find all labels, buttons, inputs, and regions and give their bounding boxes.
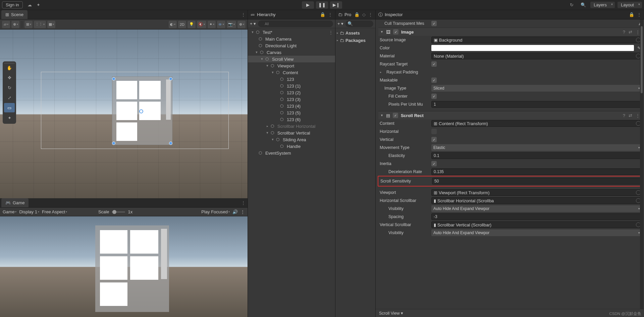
color-field[interactable] [431,45,634,51]
image-enabled-checkbox[interactable]: ✓ [393,29,398,35]
snap-increment-dropdown[interactable]: ⋮⋮ [34,21,46,28]
corner-handle[interactable] [112,77,115,81]
tree-row[interactable]: ⬡123 (4) [248,103,335,109]
search-icon[interactable]: 🔍 [579,1,588,9]
play-focused-dropdown[interactable]: Play Focused [201,209,230,214]
gizmos-dropdown[interactable]: ⊕ [237,21,246,28]
camera-dropdown[interactable]: 📷 [227,21,236,28]
audio-toggle[interactable]: 🔇 [197,21,206,28]
corner-handle[interactable] [169,142,172,145]
inertia-checkbox[interactable]: ✓ [431,161,437,166]
pivot-handle[interactable] [139,109,143,113]
link-icon[interactable]: ◇ [362,12,366,17]
tree-row[interactable]: ▼⬡Scrollbar Vertical [248,129,335,136]
inspector-scrollbar[interactable] [640,19,643,309]
preset-icon[interactable]: ⇄ [629,113,632,118]
2d-toggle[interactable]: 2D [178,21,186,28]
scene-view[interactable]: ✋ ✥ ↻ ⤢ ▭ ✦ [0,30,248,198]
tree-row[interactable]: ⬡123 (1) [248,83,335,89]
scroll-sensitivity-field[interactable]: 50 [432,178,641,184]
aspect-dropdown[interactable]: Free Aspect [42,209,96,214]
panel-menu-icon[interactable]: ⋮ [241,12,246,17]
scene-tab[interactable]: ⊞ Scene [1,10,28,19]
scale-slider[interactable] [112,211,125,213]
lock-icon[interactable]: 🔒 [354,12,360,17]
tree-row-scene[interactable]: ▼⬡Test*⋮ [248,29,335,36]
lock-icon[interactable]: 🔒 [320,12,325,17]
shading-mode-dropdown[interactable]: ▱ [2,21,10,28]
game-dropdown[interactable]: Game [3,209,16,214]
tree-row-selected[interactable]: ▼⬡Scroll View [248,56,335,62]
project-row-assets[interactable]: ▸🗀Assets [337,30,374,36]
source-image-field[interactable]: ▣Background [431,37,642,43]
layout-dropdown[interactable]: Layout [618,2,642,8]
tree-row[interactable]: ⬡123 (2) [248,89,335,96]
lock-icon[interactable]: 🔒 [629,12,634,17]
visibility-toggle[interactable]: 👁 [217,21,225,28]
tree-row[interactable]: ▼⬡Canvas [248,49,335,56]
image-type-dropdown[interactable]: Sliced [431,85,642,92]
audio-icon[interactable]: 🔊 [232,209,238,214]
panel-menu-icon[interactable]: ⋮ [241,200,246,205]
project-row-packages[interactable]: ▸🗀Packages [337,37,374,44]
v-visibility-dropdown[interactable]: Auto Hide And Expand Viewpor [431,229,642,236]
ppu-field[interactable]: 1 [431,101,642,108]
horizontal-checkbox[interactable] [431,129,437,134]
undo-history-icon[interactable]: ↻ [568,1,576,9]
tree-row[interactable]: ⬡EventSystem [248,150,335,156]
panel-menu-icon[interactable]: ⋮ [328,12,332,17]
tree-row[interactable]: ▸⬡Scrollbar Horizontal [248,123,335,129]
bug-icon[interactable]: ✦ [34,1,43,9]
tree-row[interactable]: ⬡123 (5) [248,109,335,116]
tree-row[interactable]: ⬡Handle [248,143,335,150]
cloud-icon[interactable]: ☁ [25,1,34,9]
image-component-header[interactable]: ▼🖼 ✓ Image ?⇄⋮ [378,28,642,36]
spacing-field[interactable]: -3 [431,213,642,220]
draw-mode-dropdown[interactable]: ⊕ [11,21,19,28]
scale-tool[interactable]: ⤢ [4,93,15,102]
hierarchy-search-input[interactable] [258,20,333,27]
rect-tool[interactable]: ▭ [4,103,15,112]
play-button[interactable]: ▶ [302,1,314,9]
preset-icon[interactable]: ⇄ [629,30,632,35]
material-field[interactable]: None (Material) [431,53,642,59]
tree-row[interactable]: ⬡123 (6) [248,116,335,123]
move-tool[interactable]: ✥ [4,73,15,82]
step-button[interactable]: ▶❙ [330,1,342,9]
panel-menu-icon[interactable]: ⋮ [368,12,373,17]
scrollrect-component-header[interactable]: ▼▤ ✓ Scroll Rect ?⇄⋮ [378,111,642,119]
fill-center-checkbox[interactable]: ✓ [431,94,437,99]
create-dropdown[interactable]: + ▾ [337,21,343,26]
layers-dropdown[interactable]: Layers [590,2,615,8]
elasticity-field[interactable]: 0.1 [431,152,642,159]
sign-in-button[interactable]: Sign in [2,1,23,8]
help-icon[interactable]: ? [623,113,625,118]
render-mode-dropdown[interactable]: ◐ [169,21,177,28]
create-dropdown[interactable]: + ▾ [250,21,256,26]
vertical-scrollbar-field[interactable]: ▮Scrollbar Vertical (Scrollbar) [431,221,642,228]
viewport-field[interactable]: ⊞Viewport (Rect Transform) [431,189,642,196]
tree-row[interactable]: ▼⬡Content [248,69,335,76]
scrollrect-enabled-checkbox[interactable]: ✓ [393,113,398,118]
horizontal-scrollbar-field[interactable]: ▮Scrollbar Horizontal (Scrollba [431,197,642,204]
tree-row[interactable]: ⬡Directional Light [248,42,335,49]
display-dropdown[interactable]: Display 1 [19,209,39,214]
scene-menu-icon[interactable]: ⋮ [329,30,333,35]
rotate-tool[interactable]: ↻ [4,83,15,92]
corner-handle[interactable] [169,77,172,81]
cull-transparent-checkbox[interactable]: ✓ [431,21,437,26]
menu-icon[interactable]: ⋮ [636,30,640,35]
raycast-target-checkbox[interactable]: ✓ [431,61,437,67]
corner-handle[interactable] [112,142,115,145]
material-footer-button[interactable]: Scroll View ▾ [376,309,644,317]
deceleration-field[interactable]: 0.135 [431,168,642,175]
menu-icon[interactable]: ⋮ [636,113,640,118]
content-field[interactable]: ⊞Content (Rect Transform) [431,120,642,127]
tree-row[interactable]: ⬡Main Camera [248,36,335,42]
lighting-toggle[interactable]: 💡 [187,21,196,28]
panel-menu-icon[interactable]: ⋮ [637,12,641,17]
project-search-input[interactable]: 🔍 [345,20,373,27]
grid-snap-dropdown[interactable]: ⊞ [24,21,33,28]
grid-visibility-dropdown[interactable]: ▦ [47,21,55,28]
help-icon[interactable]: ? [623,30,625,35]
